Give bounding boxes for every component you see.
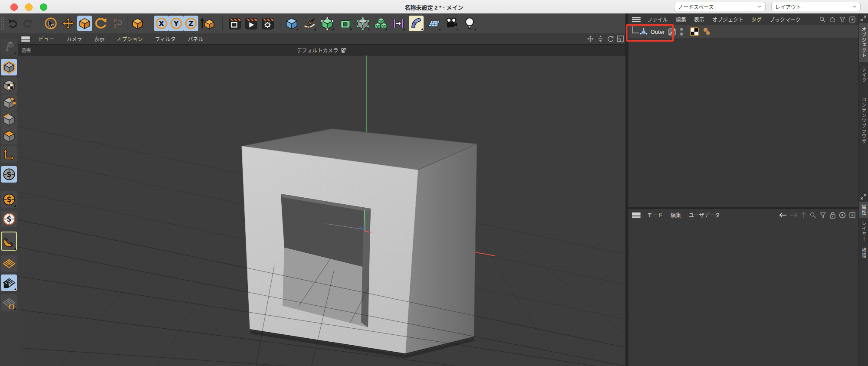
model-mode-icon bbox=[3, 61, 16, 74]
visibility-dots[interactable] bbox=[680, 28, 683, 36]
uvw-tag-icon[interactable] bbox=[690, 27, 699, 36]
home-icon[interactable] bbox=[829, 16, 836, 23]
enable-axis-button[interactable] bbox=[1, 146, 17, 163]
panel-divider[interactable] bbox=[625, 13, 628, 366]
viewport-solo-hierarchy-button[interactable]: S bbox=[1, 211, 17, 227]
detach-panel-icon[interactable] bbox=[860, 193, 867, 200]
redo-button[interactable] bbox=[20, 16, 35, 31]
om-menu-view[interactable]: 表示 bbox=[694, 16, 704, 23]
toggle-view-icon[interactable] bbox=[617, 35, 624, 42]
parent-up-icon[interactable] bbox=[801, 212, 806, 218]
lock-z-axis-button[interactable]: Z bbox=[184, 16, 198, 31]
viewport-solo-off-button[interactable]: S bbox=[1, 166, 17, 183]
undo-button[interactable] bbox=[5, 16, 20, 31]
rotate-view-icon[interactable] bbox=[607, 35, 614, 42]
pan-view-icon[interactable] bbox=[587, 35, 594, 42]
vp-menu-options[interactable]: オプション bbox=[117, 35, 143, 42]
viewport-solo-single-button[interactable]: S bbox=[1, 191, 17, 208]
nodespace-select[interactable]: ノードスペース bbox=[674, 2, 766, 11]
vp-menu-view[interactable]: ビュー bbox=[39, 35, 54, 42]
subdivision-surface-button[interactable] bbox=[320, 16, 335, 31]
vp-menu-camera[interactable]: カメラ bbox=[66, 35, 82, 42]
polygon-mode-button[interactable] bbox=[1, 128, 17, 144]
lock-workplane-button[interactable] bbox=[1, 274, 17, 291]
coordinate-cube-button[interactable] bbox=[130, 16, 145, 31]
vp-menu-display[interactable]: 表示 bbox=[94, 35, 105, 42]
workplane-button[interactable] bbox=[1, 255, 17, 272]
add-panel-icon[interactable] bbox=[849, 16, 856, 23]
layout-select[interactable]: レイアウト bbox=[771, 2, 861, 11]
last-used-tools-button[interactable]: P S bbox=[110, 16, 125, 31]
enable-snap-button[interactable] bbox=[1, 232, 17, 251]
model-mode-button[interactable] bbox=[1, 59, 17, 75]
search-icon[interactable] bbox=[819, 16, 826, 23]
object-manager-menu-icon[interactable] bbox=[632, 17, 641, 22]
solo-single-icon: S bbox=[3, 193, 16, 206]
record-state-icon[interactable] bbox=[839, 212, 846, 219]
render-picture-viewer-button[interactable] bbox=[244, 16, 259, 31]
scale-tool-button[interactable] bbox=[77, 16, 92, 31]
bend-deformer-button[interactable] bbox=[409, 16, 424, 31]
am-menu-userdata[interactable]: ユーザデータ bbox=[689, 211, 720, 219]
lock-x-axis-button[interactable]: X bbox=[154, 16, 169, 31]
tab-structure[interactable]: 構造 bbox=[859, 245, 868, 261]
volume-button[interactable] bbox=[373, 16, 388, 31]
filter-icon[interactable] bbox=[839, 16, 846, 23]
live-selection-icon bbox=[44, 17, 57, 30]
move-tool-button[interactable] bbox=[61, 16, 76, 31]
viewport-menu-icon[interactable] bbox=[21, 36, 30, 42]
toolbar-grip[interactable] bbox=[1, 17, 4, 30]
axis-modification-icon bbox=[3, 148, 16, 161]
detach-panel-icon[interactable] bbox=[860, 15, 867, 22]
z-axis-icon: Z bbox=[184, 17, 197, 30]
om-menu-edit[interactable]: 編集 bbox=[676, 16, 686, 23]
add-panel-icon[interactable] bbox=[849, 212, 856, 219]
vp-menu-panel[interactable]: パネル bbox=[188, 35, 204, 42]
search-icon[interactable] bbox=[809, 212, 816, 219]
vp-menu-filter[interactable]: フィルタ bbox=[155, 35, 176, 42]
svg-text:S: S bbox=[7, 196, 11, 204]
filter-icon[interactable] bbox=[819, 212, 826, 219]
history-forward-icon[interactable] bbox=[790, 212, 798, 218]
coordinate-system-button[interactable] bbox=[198, 16, 217, 31]
tab-takes[interactable]: テイク bbox=[859, 65, 868, 85]
dolly-view-icon[interactable] bbox=[597, 35, 604, 42]
spline-pen-button[interactable] bbox=[302, 16, 317, 31]
live-selection-button[interactable] bbox=[43, 16, 58, 31]
x-axis-icon: X bbox=[155, 17, 168, 30]
planar-workplane-button[interactable] bbox=[1, 294, 17, 311]
am-menu-edit[interactable]: 編集 bbox=[671, 211, 681, 219]
light-button[interactable] bbox=[462, 16, 477, 31]
tab-content-browser[interactable]: コンテンツブラウザ bbox=[859, 88, 868, 153]
redo-icon bbox=[22, 18, 33, 29]
generator-boole-button[interactable] bbox=[338, 16, 352, 31]
tab-attributes[interactable]: 属性 bbox=[859, 202, 868, 218]
lock-y-axis-button[interactable]: Y bbox=[169, 16, 184, 31]
camera-button[interactable] bbox=[444, 16, 459, 31]
om-menu-objects[interactable]: オブジェクト bbox=[712, 16, 743, 23]
history-back-icon[interactable] bbox=[779, 212, 787, 218]
render-view-button[interactable] bbox=[227, 16, 242, 31]
om-menu-tags[interactable]: タグ bbox=[751, 16, 762, 23]
viewport-3d-scene[interactable] bbox=[18, 56, 625, 366]
phong-tag-icon[interactable] bbox=[702, 28, 711, 36]
attribute-manager-menu-icon[interactable] bbox=[632, 212, 641, 218]
field-button[interactable] bbox=[391, 16, 406, 31]
deformer-button[interactable] bbox=[355, 16, 370, 31]
floor-button[interactable] bbox=[427, 16, 441, 31]
om-menu-bookmarks[interactable]: ブックマーク bbox=[769, 16, 801, 23]
render-settings-button[interactable] bbox=[260, 16, 275, 31]
edge-mode-button[interactable] bbox=[1, 111, 17, 128]
tab-object-manager[interactable]: オブジェクト bbox=[859, 23, 868, 62]
camera-label[interactable]: デフォルトカメラ bbox=[296, 46, 338, 54]
am-menu-mode[interactable]: モード bbox=[647, 211, 663, 219]
texture-mode-button[interactable] bbox=[1, 77, 17, 94]
om-menu-file[interactable]: ファイル bbox=[647, 16, 668, 23]
add-primitive-cube-button[interactable] bbox=[284, 16, 299, 31]
make-editable-button[interactable] bbox=[1, 38, 17, 55]
tab-layers[interactable]: レイヤー bbox=[859, 221, 868, 242]
point-mode-button[interactable] bbox=[1, 95, 17, 111]
boolean-cube-object[interactable] bbox=[242, 129, 477, 358]
lock-icon[interactable] bbox=[829, 212, 836, 219]
rotate-tool-button[interactable] bbox=[94, 16, 108, 31]
